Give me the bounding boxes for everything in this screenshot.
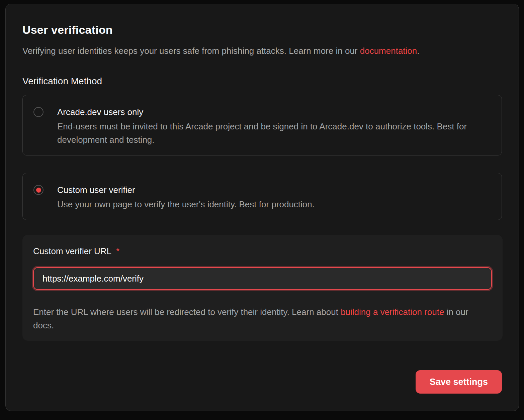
subtitle-text: Verifying user identities keeps your use… [22,46,360,56]
radio-custom-verifier[interactable] [33,185,43,195]
radio-arcade-users[interactable] [33,107,43,117]
custom-verifier-url-input[interactable] [33,267,492,290]
required-asterisk: * [116,246,119,256]
footer-actions: Save settings [22,370,502,394]
custom-verifier-url-label: Custom verifier URL* [33,245,492,257]
page-title: User verification [22,23,502,37]
option-desc-arcade-users: End-users must be invited to this Arcade… [57,120,491,146]
subtitle-period: . [417,46,419,56]
option-card-custom-verifier[interactable]: Custom user verifier Use your own page t… [22,173,502,220]
option-desc-custom-verifier: Use your own page to verify the user's i… [57,198,315,211]
label-text: Custom verifier URL [33,246,111,256]
url-helper-text: Enter the URL where users will be redire… [33,305,492,332]
helper-text: Enter the URL where users will be redire… [33,307,341,317]
option-card-arcade-users[interactable]: Arcade.dev users only End-users must be … [22,95,502,155]
radio-dot [36,188,41,193]
documentation-link[interactable]: documentation [360,46,417,56]
option-title-custom-verifier: Custom user verifier [57,184,315,196]
option-text: Arcade.dev users only End-users must be … [57,106,491,146]
page-subtitle: Verifying user identities keeps your use… [22,45,502,57]
verification-method-heading: Verification Method [22,75,502,88]
radio-dot [36,110,41,115]
verification-route-link[interactable]: building a verification route [341,307,444,317]
save-settings-button[interactable]: Save settings [416,370,502,394]
user-verification-card: User verification Verifying user identit… [5,4,519,411]
option-title-arcade-users: Arcade.dev users only [57,106,491,118]
custom-verifier-url-panel: Custom verifier URL* Enter the URL where… [22,235,503,341]
option-text: Custom user verifier Use your own page t… [57,184,315,211]
